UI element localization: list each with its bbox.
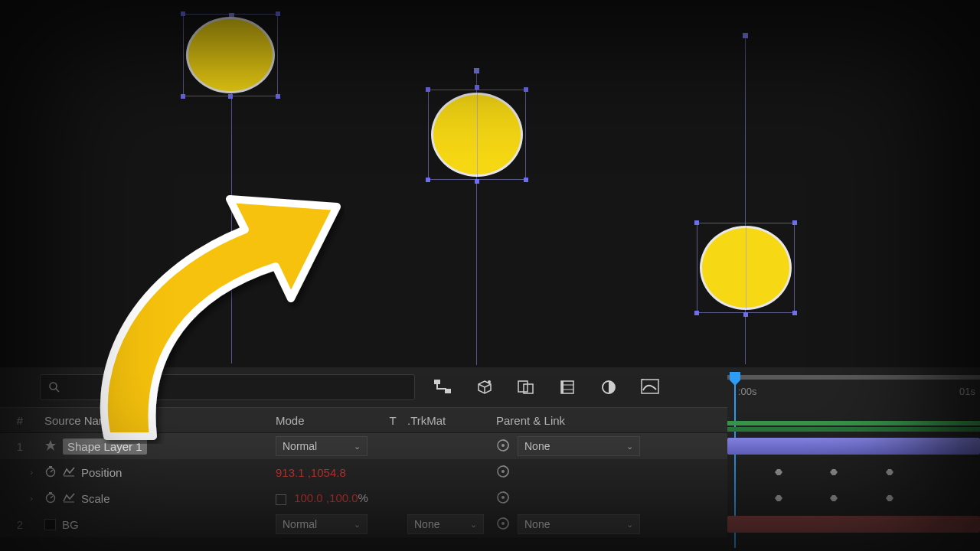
transform-handle[interactable]	[792, 311, 797, 315]
transform-handle[interactable]	[475, 179, 479, 184]
transform-handle[interactable]	[181, 11, 185, 16]
solid-layer-icon	[44, 519, 56, 530]
twirl-icon[interactable]: ›	[26, 468, 37, 477]
transform-handle[interactable]	[228, 94, 233, 99]
layer-row[interactable]: 1 Shape Layer 1 Normal⌄ None⌄	[0, 433, 727, 459]
svg-point-22	[501, 470, 505, 473]
time-label-start: :00s	[738, 386, 757, 397]
shape-layer-icon	[44, 439, 57, 454]
transform-handle[interactable]	[694, 311, 699, 315]
svg-marker-36	[886, 495, 893, 501]
time-ruler[interactable]: :00s 01s	[727, 367, 980, 407]
pickwhip-icon[interactable]	[496, 439, 510, 455]
svg-point-28	[501, 496, 505, 499]
transform-handle[interactable]	[524, 178, 528, 182]
chevron-down-icon: ⌄	[470, 520, 477, 530]
keyframe-icon[interactable]	[884, 467, 895, 478]
scale-unit: %	[358, 491, 368, 504]
property-label: Scale	[81, 492, 110, 505]
layer-row[interactable]: 2 BG Normal⌄ None⌄ None⌄	[0, 511, 727, 537]
position-value[interactable]: 913.1 ,1054.8	[276, 466, 346, 479]
header-source: Source Name	[40, 414, 266, 427]
svg-point-16	[501, 444, 505, 447]
svg-rect-2	[434, 380, 440, 384]
keyframe-icon[interactable]	[773, 493, 784, 504]
chevron-down-icon: ⌄	[626, 442, 633, 452]
property-row-scale[interactable]: › Scale 100.0 ,100.0%	[0, 485, 727, 511]
composition-flowchart-icon[interactable]	[433, 377, 453, 397]
timeline-track-area[interactable]	[727, 407, 980, 551]
composition-viewport[interactable]	[0, 0, 980, 367]
pickwhip-icon[interactable]	[496, 465, 510, 481]
graph-icon[interactable]	[63, 492, 75, 505]
layer-name[interactable]: BG	[62, 518, 79, 531]
blend-mode-dropdown[interactable]: Normal⌄	[276, 514, 368, 534]
motion-path-handle[interactable]	[743, 33, 748, 38]
keyframe-icon[interactable]	[884, 493, 895, 504]
anchor-axis	[746, 226, 746, 310]
keyframe-icon[interactable]	[828, 493, 839, 504]
header-parent: Parent & Link	[488, 414, 703, 427]
transform-handle[interactable]	[426, 178, 430, 182]
header-mode: Mode	[266, 414, 381, 427]
chevron-down-icon: ⌄	[354, 442, 361, 452]
svg-marker-35	[830, 495, 838, 501]
layer-duration-bar[interactable]	[727, 438, 980, 455]
svg-line-1	[56, 389, 59, 392]
svg-marker-31	[775, 469, 782, 475]
adjustment-layer-icon[interactable]	[599, 377, 619, 397]
transform-handle[interactable]	[524, 87, 528, 92]
transform-handle[interactable]	[792, 220, 797, 225]
transform-handle[interactable]	[694, 220, 699, 225]
keyframe-icon[interactable]	[828, 467, 839, 478]
svg-point-0	[50, 383, 57, 390]
blend-mode-dropdown[interactable]: Normal⌄	[276, 436, 368, 456]
motion-blur-icon[interactable]	[557, 377, 577, 397]
chevron-down-icon: ⌄	[354, 520, 361, 530]
transform-handle[interactable]	[475, 85, 479, 90]
transform-handle[interactable]	[743, 312, 748, 317]
svg-point-5	[488, 380, 491, 383]
property-label: Position	[81, 466, 122, 479]
svg-rect-24	[49, 492, 52, 494]
transform-handle[interactable]	[276, 11, 280, 16]
transform-handle[interactable]	[276, 94, 280, 99]
layer-name[interactable]: Shape Layer 1	[63, 439, 147, 455]
twirl-icon[interactable]: ›	[26, 494, 37, 503]
trkmat-dropdown[interactable]: None⌄	[407, 514, 484, 534]
timeline-search-input[interactable]	[40, 374, 415, 400]
keyframe-icon[interactable]	[773, 467, 784, 478]
header-t: T	[381, 414, 404, 427]
parent-dropdown[interactable]: None⌄	[518, 514, 640, 534]
draft-3d-icon[interactable]	[475, 377, 495, 397]
svg-rect-18	[49, 466, 52, 468]
timeline-panel: :00s 01s # Source Name Mode T .TrkMat Pa…	[0, 367, 980, 551]
transform-handle[interactable]	[181, 94, 185, 99]
layer-duration-bar[interactable]	[727, 516, 980, 533]
property-row-position[interactable]: › Position 913.1 ,1054.8	[0, 459, 727, 485]
stopwatch-icon[interactable]	[44, 491, 57, 506]
scale-value[interactable]: 100.0 ,100.0	[294, 491, 358, 504]
anchor-axis	[477, 93, 478, 177]
time-label-end: 01s	[959, 386, 975, 397]
svg-rect-13	[642, 380, 658, 393]
svg-line-25	[51, 496, 53, 498]
chevron-down-icon: ⌄	[626, 520, 633, 530]
transform-handle[interactable]	[426, 87, 430, 92]
frame-blend-icon[interactable]	[516, 377, 536, 397]
parent-dropdown[interactable]: None⌄	[518, 436, 640, 456]
pickwhip-icon[interactable]	[496, 517, 510, 533]
stopwatch-icon[interactable]	[44, 465, 57, 480]
pickwhip-icon[interactable]	[496, 491, 510, 507]
svg-point-30	[501, 522, 505, 525]
ellipse-shape	[186, 17, 275, 93]
svg-marker-34	[775, 495, 782, 501]
header-trkmat: .TrkMat	[404, 414, 488, 427]
motion-path-handle[interactable]	[474, 68, 479, 73]
constrain-proportions-icon[interactable]	[276, 494, 286, 505]
svg-rect-6	[518, 381, 528, 392]
graph-editor-icon[interactable]	[640, 377, 660, 397]
svg-marker-32	[830, 469, 838, 475]
search-icon	[48, 381, 60, 393]
graph-icon[interactable]	[63, 466, 75, 479]
